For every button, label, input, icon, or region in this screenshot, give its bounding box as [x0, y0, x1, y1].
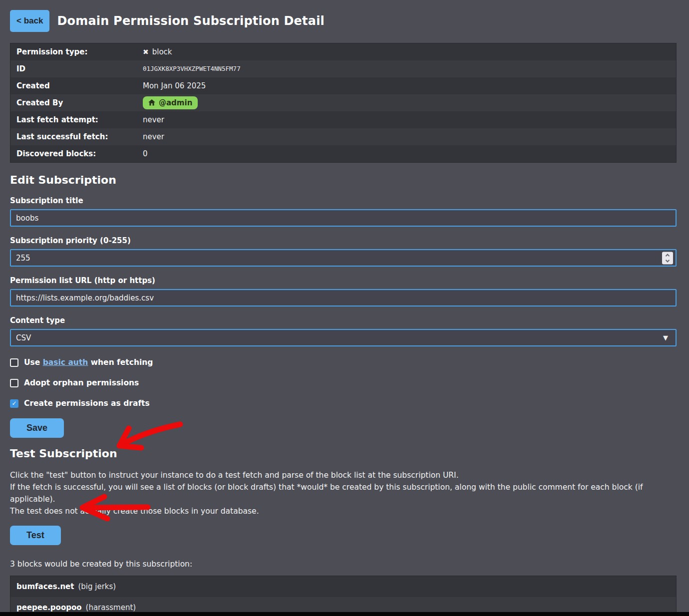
subscription-priority-label: Subscription priority (0-255)	[10, 236, 677, 245]
block-comment: (big jerks)	[78, 582, 116, 591]
permission-list-url-label: Permission list URL (http or https)	[10, 276, 677, 285]
table-row: Last fetch attempt: never	[10, 111, 676, 128]
adopt-orphans-check-row: ✓ Adopt orphan permissions	[10, 378, 677, 387]
created-date-value: Mon Jan 06 2025	[143, 81, 206, 90]
info-label: Created	[10, 81, 143, 90]
block-domain: bumfaces.net	[16, 582, 74, 591]
basic-auth-link[interactable]: basic auth	[43, 358, 88, 367]
priority-value: 255	[16, 254, 30, 263]
chevron-down-icon: ▼	[663, 334, 668, 341]
content-type-label: Content type	[10, 316, 677, 325]
back-button[interactable]: < back	[10, 10, 49, 32]
subscription-title-label: Subscription title	[10, 196, 677, 205]
permission-list-url-input[interactable]	[10, 289, 677, 307]
create-permissions-as-drafts-checkbox[interactable]: ✓	[10, 399, 18, 408]
create-drafts-check-row: ✓ Create permissions as drafts	[10, 399, 677, 408]
use-basic-auth-checkbox[interactable]: ✓	[10, 358, 18, 367]
subscription-priority-input[interactable]: 255	[10, 249, 677, 267]
adopt-orphan-permissions-label: Adopt orphan permissions	[24, 378, 139, 387]
info-label: Last fetch attempt:	[10, 115, 143, 124]
table-row: Created By @admin	[10, 94, 676, 111]
bottom-edge-bar	[0, 612, 689, 616]
table-row: Discovered blocks: 0	[10, 145, 676, 162]
label-suffix: when fetching	[91, 358, 153, 367]
spinner-up-icon[interactable]	[666, 254, 670, 258]
table-row: Permission type: ✖ block	[10, 43, 676, 60]
info-value: ✖ block	[143, 47, 172, 56]
content-type-field: Content type CSV ▼	[10, 316, 677, 346]
info-label: ID	[10, 64, 143, 73]
home-icon	[148, 99, 155, 106]
info-label: Permission type:	[10, 47, 143, 56]
label-prefix: Use	[24, 358, 40, 367]
table-row: ID 01JGXK8XP3VHXZPWET4NN5FM77	[10, 60, 676, 77]
permission-type-value: block	[152, 47, 172, 56]
subscription-info-table: Permission type: ✖ block ID 01JGXK8XP3VH…	[10, 43, 677, 163]
table-row: Created Mon Jan 06 2025	[10, 77, 676, 94]
block-comment: (harassment)	[86, 603, 136, 612]
content-type-value: CSV	[16, 333, 31, 342]
info-label: Last successful fetch:	[10, 132, 143, 141]
description-line: Click the "test" button to instruct your…	[10, 469, 677, 481]
block-cross-icon: ✖	[143, 48, 149, 56]
basic-auth-check-row: ✓ Use basic auth when fetching	[10, 358, 677, 367]
subscription-title-input[interactable]	[10, 209, 677, 227]
test-blocks-list: bumfaces.net (big jerks) peepee.poopoo (…	[10, 576, 677, 616]
test-subscription-description: Click the "test" button to instruct your…	[10, 469, 677, 517]
edit-subscription-heading: Edit Subscription	[10, 173, 677, 187]
test-result-summary: 3 blocks would be created by this subscr…	[10, 560, 677, 569]
test-subscription-heading: Test Subscription	[10, 447, 677, 461]
description-line: If the fetch is successful, you will see…	[10, 481, 677, 505]
discovered-blocks-value: 0	[143, 149, 148, 158]
info-label: Discovered blocks:	[10, 149, 143, 158]
created-by-username: @admin	[159, 98, 192, 107]
info-label: Created By	[10, 98, 143, 107]
spinner-down-icon[interactable]	[666, 258, 670, 262]
page-header: < back Domain Permission Subscription De…	[10, 10, 677, 32]
create-permissions-as-drafts-label: Create permissions as drafts	[24, 399, 150, 408]
domain-permission-subscription-detail-page: < back Domain Permission Subscription De…	[0, 0, 689, 616]
last-successful-fetch-value: never	[143, 132, 164, 141]
description-line: The test does not actually create those …	[10, 505, 677, 517]
subscription-id-value: 01JGXK8XP3VHXZPWET4NN5FM77	[143, 65, 241, 72]
page-title: Domain Permission Subscription Detail	[57, 14, 325, 28]
save-button[interactable]: Save	[10, 418, 64, 438]
content-type-select[interactable]: CSV ▼	[10, 329, 677, 346]
permission-list-url-field: Permission list URL (http or https)	[10, 276, 677, 307]
list-item: bumfaces.net (big jerks)	[10, 576, 676, 597]
adopt-orphan-permissions-checkbox[interactable]: ✓	[10, 379, 18, 387]
test-button[interactable]: Test	[10, 526, 61, 545]
subscription-title-field: Subscription title	[10, 196, 677, 227]
block-domain: peepee.poopoo	[16, 603, 82, 612]
basic-auth-label: Use basic auth when fetching	[24, 358, 153, 367]
last-fetch-attempt-value: never	[143, 115, 164, 124]
subscription-priority-field: Subscription priority (0-255) 255	[10, 236, 677, 267]
created-by-badge[interactable]: @admin	[143, 96, 198, 109]
number-spinner[interactable]	[662, 252, 673, 264]
table-row: Last successful fetch: never	[10, 128, 676, 145]
